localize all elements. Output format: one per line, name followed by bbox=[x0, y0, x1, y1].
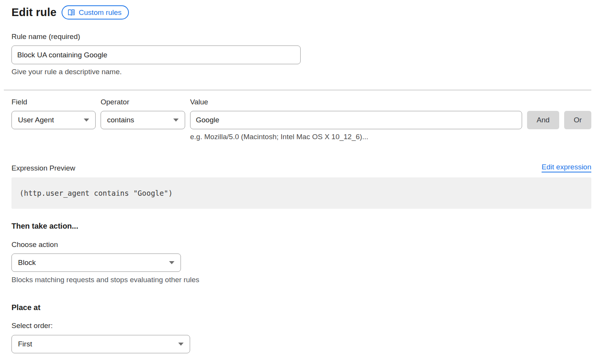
chevron-down-icon bbox=[173, 119, 179, 122]
operator-select[interactable]: contains bbox=[101, 111, 185, 129]
chevron-down-icon bbox=[178, 343, 184, 346]
page-header: Edit rule Custom rules bbox=[11, 5, 591, 20]
field-select[interactable]: User Agent bbox=[11, 111, 96, 129]
operator-select-value: contains bbox=[107, 116, 134, 124]
operator-column: Operator contains bbox=[101, 98, 185, 129]
expression-text: (http.user_agent contains "Google") bbox=[20, 189, 172, 197]
action-select-value: Block bbox=[18, 258, 36, 267]
operator-label: Operator bbox=[101, 98, 185, 106]
order-select-value: First bbox=[18, 340, 32, 348]
action-select[interactable]: Block bbox=[11, 253, 181, 272]
rule-name-input[interactable] bbox=[11, 46, 301, 64]
value-helper: e.g. Mozilla/5.0 (Macintosh; Intel Mac O… bbox=[190, 133, 522, 141]
or-button[interactable]: Or bbox=[564, 111, 591, 129]
and-button[interactable]: And bbox=[527, 111, 559, 129]
field-column: Field User Agent bbox=[11, 98, 96, 129]
section-divider bbox=[4, 90, 591, 90]
open-book-icon bbox=[67, 9, 75, 16]
action-helper: Blocks matching requests and stops evalu… bbox=[11, 276, 591, 284]
choose-action-label: Choose action bbox=[11, 240, 591, 249]
rule-name-helper: Give your rule a descriptive name. bbox=[11, 68, 591, 76]
chevron-down-icon bbox=[169, 261, 174, 264]
field-select-value: User Agent bbox=[18, 116, 54, 124]
select-order-label: Select order: bbox=[11, 322, 591, 330]
value-column: Value e.g. Mozilla/5.0 (Macintosh; Intel… bbox=[190, 98, 522, 141]
custom-rules-button-label: Custom rules bbox=[79, 8, 122, 17]
field-label: Field bbox=[11, 98, 96, 106]
edit-rule-page: Edit rule Custom rules Rule name (requir… bbox=[0, 0, 607, 353]
expression-builder-row: Field User Agent Operator contains Value… bbox=[11, 98, 591, 141]
expression-preview-label: Expression Preview bbox=[11, 164, 75, 172]
chevron-down-icon bbox=[84, 119, 89, 122]
place-at-heading: Place at bbox=[11, 303, 591, 312]
value-label: Value bbox=[190, 98, 522, 106]
expression-preview-header: Expression Preview Edit expression bbox=[11, 163, 591, 172]
action-heading: Then take action... bbox=[11, 222, 591, 231]
order-select[interactable]: First bbox=[11, 335, 190, 353]
rule-name-label: Rule name (required) bbox=[11, 32, 591, 41]
expression-preview-box: (http.user_agent contains "Google") bbox=[11, 177, 591, 209]
value-input[interactable] bbox=[190, 111, 522, 129]
page-title: Edit rule bbox=[11, 6, 57, 19]
edit-expression-link[interactable]: Edit expression bbox=[542, 163, 591, 172]
custom-rules-button[interactable]: Custom rules bbox=[62, 5, 129, 20]
